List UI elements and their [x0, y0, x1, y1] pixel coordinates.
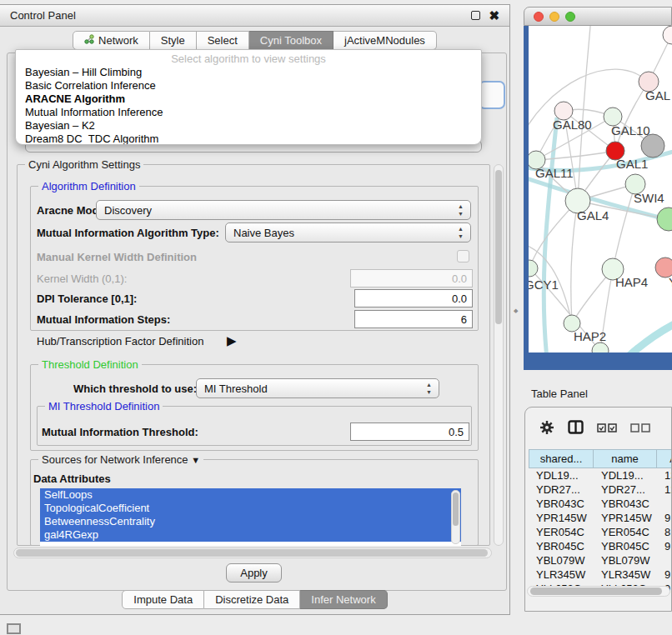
node-label: GAL11 [535, 166, 574, 180]
network-edge[interactable] [536, 151, 615, 160]
tab-select[interactable]: Select [197, 31, 249, 50]
network-edge[interactable] [578, 26, 591, 201]
zoom-light[interactable] [565, 12, 575, 22]
table-row[interactable]: YBR045CYBR045C9. [529, 539, 672, 553]
which-threshold-select[interactable]: MI Threshold ▲▼ [196, 378, 439, 398]
network-canvas[interactable]: GALGAL80GAL10GAL1GAL11SWI4GAL4GCY1HAP4YH… [529, 26, 672, 352]
data-attribute-option[interactable]: TopologicalCoefficient [40, 502, 461, 515]
float-panel-icon[interactable] [471, 11, 480, 20]
splitter-handle[interactable]: ◆ [514, 308, 518, 313]
table-row[interactable]: YPR145WYPR145W9. [529, 511, 672, 525]
algorithm-option-bayesian-hill-climbing[interactable]: Bayesian – Hill Climbing [16, 66, 481, 79]
occluded-combo-focus-ring [479, 81, 505, 109]
stepper-icon: ▲▼ [458, 202, 464, 218]
data-attribute-option[interactable]: SelfLoops [40, 488, 461, 502]
which-threshold-value: MI Threshold [204, 382, 268, 395]
data-attribute-option[interactable]: gal4RGexp [40, 528, 461, 542]
table-cell: YDR27... [594, 482, 657, 497]
node-label: GAL80 [553, 118, 592, 132]
tab-impute-data[interactable]: Impute Data [122, 590, 204, 609]
hub-section-label[interactable]: Hub/Transcription Factor Definition [37, 335, 203, 348]
settings-vertical-scrollbar[interactable] [494, 164, 504, 546]
manual-kernel-checkbox[interactable] [457, 250, 469, 262]
network-edge[interactable] [625, 316, 672, 352]
table-panel-title: Table Panel [531, 388, 588, 400]
table-horizontal-scrollbar[interactable] [527, 586, 670, 597]
minimize-light[interactable] [549, 12, 559, 22]
algorithm-option-basic-correlation-inference[interactable]: Basic Correlation Inference [16, 79, 481, 92]
algorithm-option-mutual-information-inference[interactable]: Mutual Information Inference [16, 106, 481, 119]
mi-steps-label: Mutual Information Steps: [37, 313, 170, 326]
dock-panel-icon[interactable] [7, 623, 21, 634]
control-panel: Control Panel ✖ NetworkStyleSelectCyni T… [0, 4, 510, 615]
node-label: SWI4 [634, 191, 664, 205]
data-attributes-label: Data Attributes [33, 472, 111, 485]
node-label: HAP4 [615, 275, 648, 289]
unchecked-boxes-icon[interactable] [630, 422, 650, 435]
node-label: GCY1 [529, 278, 559, 292]
mi-threshold-label: Mutual Information Threshold: [42, 426, 198, 438]
column-header-shared[interactable]: shared... [529, 449, 594, 468]
algorithm-option-aracne-algorithm[interactable]: ARACNE Algorithm [16, 92, 481, 106]
network-window-titlebar [524, 7, 672, 26]
table-cell: YDL19... [529, 468, 594, 482]
data-attributes-list[interactable]: SelfLoopsTopologicalCoefficientBetweenne… [40, 488, 461, 546]
network-edge[interactable] [613, 184, 635, 269]
split-columns-icon[interactable] [568, 420, 584, 437]
screen: Control Panel ✖ NetworkStyleSelectCyni T… [0, 0, 672, 635]
mi-threshold-definition-title: MI Threshold Definition [45, 400, 163, 412]
table-cell: YBL079W [529, 553, 594, 568]
checked-boxes-icon[interactable] [597, 422, 617, 435]
collapse-arrow-icon[interactable]: ▼ [191, 455, 200, 465]
column-header-a[interactable]: A [657, 449, 672, 468]
table-cell: YBR045C [594, 539, 657, 553]
kernel-width-label: Kernel Width (0,1): [37, 272, 127, 285]
tab-jactivemnodules[interactable]: jActiveMNodules [333, 31, 437, 50]
sources-title: Sources for Network Inference ▼ [38, 453, 203, 466]
table-row[interactable]: YBL079WYBL079W [529, 553, 672, 568]
algorithm-option-dream8-dc-tdc-algorithm[interactable]: Dream8 DC_TDC Algorithm [16, 132, 481, 145]
table-cell: 13 [657, 468, 672, 482]
network-node[interactable] [657, 208, 672, 231]
network-node[interactable] [663, 26, 672, 44]
table-row[interactable]: YLR345WYLR345W9. [529, 568, 672, 582]
attributes-scrollbar[interactable] [451, 490, 460, 544]
tab-discretize-data[interactable]: Discretize Data [204, 590, 300, 609]
data-attribute-option[interactable]: BetweennessCentrality [40, 515, 461, 528]
stepper-icon: ▲▼ [426, 381, 432, 396]
tab-cyni-toolbox[interactable]: Cyni Toolbox [249, 31, 333, 50]
expand-arrow-icon[interactable]: ▶ [227, 333, 237, 348]
table-row[interactable]: YBR043CYBR043C [529, 497, 672, 511]
network-edge[interactable] [544, 118, 557, 352]
which-threshold-label: Which threshold to use: [73, 382, 197, 395]
node-label: Y [669, 275, 672, 289]
control-panel-titlebar: Control Panel ✖ [0, 5, 509, 27]
algorithm-option-bayesian-k2[interactable]: Bayesian – K2 [16, 119, 481, 132]
mi-type-select[interactable]: Naive Bayes ▲▼ [225, 222, 471, 242]
node-label: HAP2 [574, 329, 606, 343]
tab-label: Style [161, 34, 185, 47]
apply-button[interactable]: Apply [226, 563, 282, 582]
aracne-mode-select[interactable]: Discovery ▲▼ [96, 200, 471, 220]
column-header-name[interactable]: name [594, 449, 657, 468]
settings-horizontal-scrollbar[interactable] [13, 548, 492, 558]
table-row[interactable]: YDL19...YDL19...13 [529, 468, 672, 482]
close-icon[interactable]: ✖ [489, 11, 499, 20]
mi-steps-field[interactable]: 6 [354, 310, 473, 328]
tab-network[interactable]: Network [73, 31, 150, 50]
mi-threshold-field[interactable]: 0.5 [350, 422, 469, 441]
tab-style[interactable]: Style [150, 31, 197, 50]
network-node[interactable] [641, 134, 664, 158]
table-cell: 12 [657, 482, 672, 497]
tab-infer-network[interactable]: Infer Network [300, 590, 387, 609]
table-row[interactable]: YDR27...YDR27...12 [529, 482, 672, 497]
dpi-tolerance-field[interactable]: 0.0 [354, 289, 473, 308]
stepper-icon: ▲▼ [458, 225, 464, 240]
table-row[interactable]: YER054CYER054C8. [529, 525, 672, 539]
network-node-gcy1[interactable] [529, 260, 538, 277]
network-window: GALGAL80GAL10GAL1GAL11SWI4GAL4GCY1HAP4YH… [524, 7, 672, 370]
mi-type-label: Mutual Information Algorithm Type: [37, 227, 219, 239]
gear-icon[interactable] [539, 420, 554, 438]
close-light[interactable] [534, 12, 544, 22]
kernel-width-field[interactable]: 0.0 [350, 269, 473, 288]
